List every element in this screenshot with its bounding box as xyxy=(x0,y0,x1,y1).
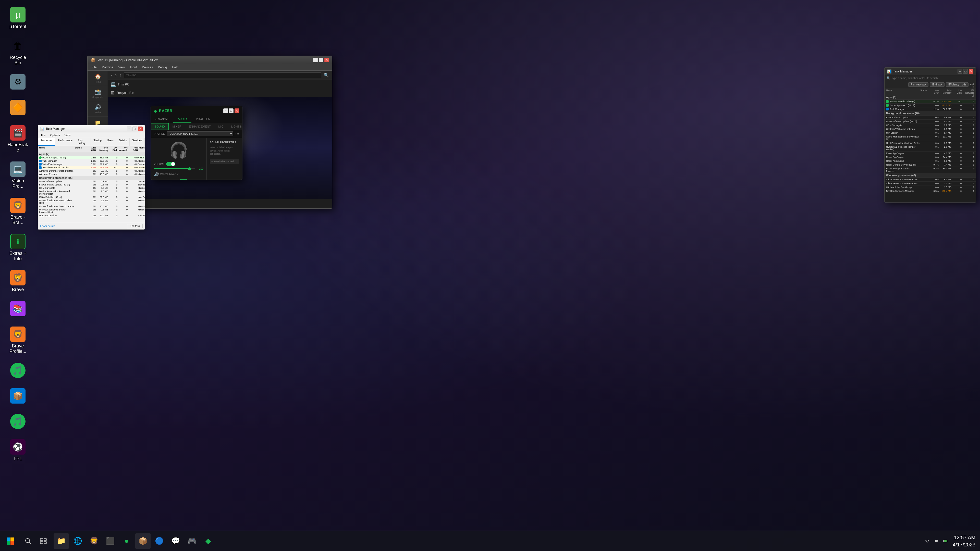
razer-subtab-sound[interactable]: SOUND xyxy=(151,123,169,130)
tml-bg-bravesoftware[interactable]: BraveSoftware Update0%0.5 MB00 xyxy=(885,116,976,120)
razer-external-link-icon[interactable]: ↗ xyxy=(177,173,179,176)
tray-network-icon[interactable] xyxy=(923,537,931,545)
desktop-icon-utorrent[interactable]: μ μTorrent xyxy=(5,5,30,32)
tml-bg-nvcontainer[interactable]: NVScOv62 (Process Monitor Worker)0%2.8 M… xyxy=(885,145,976,151)
tm-app-row-razer[interactable]: Razer Synapse (32 bit) 0.3%85.7 MB000%Ra… xyxy=(38,156,145,159)
desktop-icon-handbrake[interactable]: 🎬 HandBrake xyxy=(5,123,30,155)
tml-maximize-btn[interactable]: □ xyxy=(963,69,968,74)
vbox-menu-help[interactable]: Help xyxy=(170,65,180,70)
razer-volume-slider[interactable]: 100 xyxy=(154,167,204,170)
tm-app-row-vboxmgr[interactable]: VirtualBox Manager 0.3%31.2 MB000%Oracle… xyxy=(38,163,145,166)
tm-tab-apphistory[interactable]: App history xyxy=(75,138,91,146)
razer-window-controls[interactable]: − □ ✕ xyxy=(223,108,239,113)
tm-bg-row-brave1[interactable]: BraveSoftware Update 0%0.1 MB00BraveSoft… xyxy=(38,180,145,183)
razer-open-sound-btn[interactable]: Open Windows Sound... xyxy=(210,159,239,164)
vbox-forward-btn[interactable]: › xyxy=(115,73,117,78)
desktop-icon-extras[interactable]: ℹ Extras + Info xyxy=(5,232,30,264)
desktop-icon-virtualbox[interactable]: 📦 xyxy=(5,386,30,407)
vbox-back-btn[interactable]: ‹ xyxy=(111,73,113,78)
razer-close-btn[interactable]: ✕ xyxy=(234,108,239,113)
vbox-minimize-btn[interactable]: − xyxy=(313,58,318,62)
vbox-menu-input[interactable]: Input xyxy=(128,65,139,70)
razer-minimize-btn[interactable]: − xyxy=(223,108,228,113)
tml-bg-razerappengine3[interactable]: Razer AppEngine0%8.0 MB00 xyxy=(885,159,976,163)
tm-bg-row-istorage[interactable]: IAStorDataSvc (32 bit) 0%21.5 MB00Intel … xyxy=(38,196,145,199)
tml-bg-razercentral[interactable]: Razer Central Service (32 bit)0.7%7.4 MB… xyxy=(885,163,976,167)
razer-subtab-mixer[interactable]: MIXER xyxy=(169,123,185,130)
tray-battery-icon[interactable] xyxy=(942,537,950,545)
tray-volume-icon[interactable] xyxy=(932,537,940,545)
explorer-this-pc[interactable]: 💻 This PC xyxy=(108,80,332,89)
tml-bg-bravesoftware2[interactable]: BraveSoftware Update (32 bit)0%0.5 MB00 xyxy=(885,120,976,124)
desktop-icon-vision[interactable]: 💻 Vision Pro... xyxy=(5,159,30,191)
tm-small-controls[interactable]: − □ ✕ xyxy=(127,127,143,131)
tm-small-minimize[interactable]: − xyxy=(127,127,131,131)
desktop-icon-spotify[interactable]: 🎵 xyxy=(5,361,30,382)
tm-end-task-btn[interactable]: End task xyxy=(127,224,143,228)
tml-bg-razersynapse3[interactable]: Razer Synapse Service Process...0.2%80.0… xyxy=(885,167,976,173)
tm-small-maximize[interactable]: □ xyxy=(132,127,137,131)
vbox-maximize-btn[interactable]: □ xyxy=(319,58,323,62)
vbox-menu-machine[interactable]: Machine xyxy=(100,65,115,70)
desktop-icon-braveprofile[interactable]: 🦁 Brave Profile... xyxy=(5,324,30,356)
desktop-icon-udemy[interactable]: 📚 xyxy=(5,299,30,320)
desktop-icon-music[interactable]: 🎵 xyxy=(5,412,30,433)
tm-tab-performance[interactable]: Performance xyxy=(56,138,75,146)
start-button[interactable] xyxy=(0,531,21,551)
razer-subtab-lighting[interactable]: LIGHTING xyxy=(228,123,242,130)
taskbar-terminal[interactable]: ⬛ xyxy=(103,534,118,549)
desktop-icon-vlc[interactable]: 🔶 xyxy=(5,98,30,119)
tm-tab-users[interactable]: Users xyxy=(104,138,116,146)
tml-controls[interactable]: − □ ✕ xyxy=(958,69,974,74)
tml-search-input[interactable] xyxy=(891,77,974,79)
taskbar-razer-synapse[interactable]: ◆ xyxy=(200,534,216,549)
tml-close-btn[interactable]: ✕ xyxy=(969,69,974,74)
tml-bg-razerappengine1[interactable]: Razer AppEngine0%4.1 MB00 xyxy=(885,151,976,156)
vbox-titlebar[interactable]: 📦 Win 11 [Running] - Oracle VM VirtualBo… xyxy=(88,56,332,64)
tm-small-menu-view[interactable]: View xyxy=(62,133,73,137)
tm-bg-row-nvidia1[interactable]: NVIDIA Container 0%22.0 MB00NVIDIA Corpo… xyxy=(38,214,145,218)
tml-minimize-btn[interactable]: − xyxy=(958,69,962,74)
tm-small-menu-file[interactable]: File xyxy=(39,133,48,137)
taskbar-steam[interactable]: 🎮 xyxy=(184,534,200,549)
tml-win-clientserver2[interactable]: Client Server Runtime Process0%1.2 MB00 xyxy=(885,182,976,186)
tm-app-row-explorer[interactable]: Windows Explorer 0%40.6 MB000%Microsoft … xyxy=(38,173,145,176)
tml-bg-comsurrogate[interactable]: COM Surrogate0%3.9 MB00 xyxy=(885,124,976,127)
tm-tab-startup[interactable]: Startup xyxy=(91,138,104,146)
explorer-recycle[interactable]: 🗑 Recycle Bin xyxy=(108,89,332,97)
taskbar-edge[interactable]: 🌐 xyxy=(70,534,85,549)
taskbar-spotify[interactable]: ● xyxy=(119,534,134,549)
tml-bg-devmgmt[interactable]: Game Management Service (32 bit)0%61.7 M… xyxy=(885,135,976,141)
razer-profile-select[interactable]: DESKTOP-8NAFF51-D... xyxy=(167,131,233,136)
vbox-close-btn[interactable]: ✕ xyxy=(325,58,329,62)
desktop-icon-recycle[interactable]: 🗑 Recycle Bin xyxy=(5,36,30,68)
tm-tab-processes[interactable]: Processes xyxy=(38,138,56,146)
vbox-sidebar-snapshot[interactable]: 📸 Snapshots xyxy=(88,86,108,101)
tm-bg-row-device[interactable]: Device Association Framework Provider Ho… xyxy=(38,190,145,196)
tm-small-close[interactable]: ✕ xyxy=(138,127,143,131)
razer-haptic-toggle[interactable] xyxy=(179,179,188,180)
razer-tab-synapse[interactable]: SYNAPSE xyxy=(151,115,173,123)
taskbar-brave[interactable]: 🦁 xyxy=(86,534,102,549)
task-view-button[interactable] xyxy=(36,534,51,549)
tm-app-row-taskmgr[interactable]: Task Manager 1.3%32.2 MB000%Microsoft Co… xyxy=(38,159,145,163)
tm-bg-row-brave2[interactable]: BraveSoftware Update (32 bit) 0%0.5 MB00… xyxy=(38,183,145,186)
taskbar-virtualbox-running[interactable]: 📦 xyxy=(135,534,151,549)
tm-bg-row-searchprotocol[interactable]: Microsoft Windows Search Protocol Host 0… xyxy=(38,208,145,214)
tm-tab-details[interactable]: Details xyxy=(116,138,130,146)
taskbar-clock-area[interactable]: 12:57 AM 4/17/2023 xyxy=(951,534,977,548)
tml-end-task-btn[interactable]: End task xyxy=(930,83,945,87)
vbox-address-bar[interactable]: This PC xyxy=(126,74,136,77)
razer-subtab-mic[interactable]: MIC xyxy=(215,123,228,130)
desktop-icon-settings[interactable]: ⚙ xyxy=(5,72,30,93)
vbox-sidebar-home[interactable]: 🏠 Home xyxy=(88,71,108,86)
search-button[interactable] xyxy=(21,534,36,549)
razer-tab-profiles[interactable]: PROFILES xyxy=(191,115,215,123)
taskbar-discord[interactable]: 💬 xyxy=(168,534,183,549)
tml-run-task-btn[interactable]: Run new task xyxy=(908,83,928,87)
tm-bg-row-searchfilter[interactable]: Microsoft Windows Search Filter Host 0%2… xyxy=(38,199,145,205)
tml-app-taskmgr[interactable]: Task Manager 1.2% 36.7 MB 0 0 xyxy=(885,107,976,111)
tm-tab-services[interactable]: Services xyxy=(130,138,145,146)
vbox-menu-devices[interactable]: Devices xyxy=(140,65,155,70)
vbox-menu-view[interactable]: View xyxy=(116,65,127,70)
